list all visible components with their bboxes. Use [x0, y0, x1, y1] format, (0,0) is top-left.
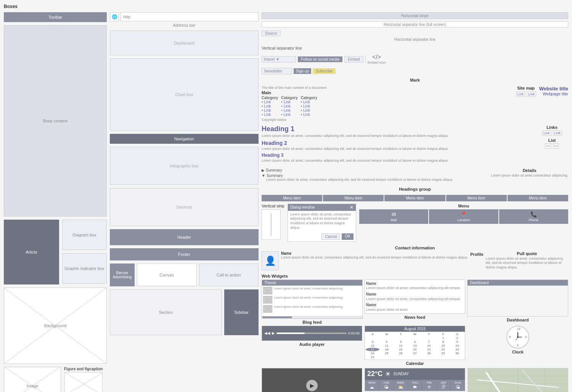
dialog-section: Dialog window ✕ Lorem ipsum dolor sit am… — [288, 204, 356, 242]
news-item-2: Lorem ipsum dolor sit amet, consectetur … — [263, 296, 361, 304]
cal-h-s2: S — [450, 333, 464, 336]
dialog-close-button[interactable]: ✕ — [350, 205, 353, 210]
web-widgets-section: Web Widgets Theme — [262, 273, 568, 392]
cta-row: Banner Advertising Canvas Call to action — [110, 263, 259, 286]
news-feed-widget: Name Lorem ipsum dolor sit amet, consect… — [365, 280, 466, 314]
cal-h-t: T — [394, 333, 408, 336]
weather-sun-icon: ☀ — [385, 370, 391, 378]
footer-bar: Footer — [110, 248, 259, 260]
weather-temp: 22°C — [367, 370, 382, 378]
newsletter-row: Newsletter Sign up Subscribe — [262, 68, 568, 74]
dialog-footer: Cancel OK — [288, 232, 356, 241]
weather-widget: 22°C ☀ SUNDAY MON☁ TUE🌤 — [365, 368, 465, 391]
weather-sun: SUN🌤 — [451, 380, 465, 391]
webpage-title: Webpage title — [539, 92, 568, 96]
list-1: • • — [545, 143, 551, 149]
news-image-3 — [263, 305, 272, 313]
signup-button[interactable]: Sign up — [294, 68, 311, 74]
article-label: Article — [26, 250, 37, 254]
banner-label: Banner Advertising — [111, 271, 133, 279]
header-bar: Header — [110, 229, 259, 245]
infographic-box: Infographic box — [110, 147, 259, 185]
dashboard-widget: Dashboard — [467, 280, 568, 316]
sml-2[interactable]: Link — [527, 92, 536, 97]
column-1: Toolbar Body content Article Diagram box… — [4, 12, 107, 392]
category-2: Category • Link • Link • Link • Link — [281, 96, 297, 117]
summary-open[interactable]: ▶ Summary — [262, 168, 488, 172]
body-content-label: Body content — [43, 119, 67, 123]
pause-icon[interactable]: ▶ — [272, 331, 275, 335]
address-input[interactable]: http: — [121, 12, 259, 21]
menu-item-1[interactable]: Menu item — [262, 195, 322, 201]
newsletter-input[interactable]: Newsletter — [262, 68, 292, 74]
headings-left: Heading 1 Lorem ipsum dolor sit amet, co… — [262, 125, 533, 165]
play-button[interactable]: ▶ — [306, 380, 318, 391]
play-icon[interactable]: ◀◀ — [264, 331, 270, 335]
svg-line-2 — [4, 367, 61, 392]
infographic-label: Infographic box — [170, 164, 198, 168]
link-2[interactable]: Link — [553, 130, 562, 136]
import-select[interactable]: Import ▼ — [262, 56, 296, 63]
cancel-button[interactable]: Cancel — [321, 233, 340, 240]
mail-icon-item[interactable]: ✉ Mail — [359, 209, 428, 224]
vertical-strip-line — [271, 213, 272, 236]
audio-controls: ◀◀ ▶ — [264, 331, 275, 335]
vertical-sep-label: Vertical separator line — [262, 46, 568, 50]
embed-button[interactable]: Embed — [344, 56, 363, 63]
sep-partial-area: Source Horizontal separator line — [262, 31, 568, 42]
lorem-2: Lorem ipsum dolor sit amet, consectetur … — [262, 147, 533, 151]
blog-scrollbar[interactable] — [262, 316, 362, 318]
ok-button[interactable]: OK — [342, 233, 353, 240]
link-1[interactable]: Link — [542, 130, 551, 136]
links-label: Links — [536, 125, 568, 130]
horizontal-sep-full: Horizontal separator line (full screen) — [262, 21, 568, 27]
menu-item-4[interactable]: Menu item — [446, 195, 507, 201]
menu-row: Menu item Menu item Menu item Menu item … — [262, 195, 568, 201]
source-button[interactable]: Source — [262, 31, 281, 36]
headings-group-label: Headings group — [262, 187, 568, 191]
list-label: List — [536, 138, 568, 143]
embed-code-icon: </> — [372, 54, 381, 61]
contact-info-row: 👤 Name Lorem ipsum dolor sit amet, conse… — [262, 251, 568, 270]
pull-quote-text: Lorem ipsum dolor sit amet, consectetur … — [486, 257, 568, 270]
subscribe-button[interactable]: Subscribe — [313, 68, 336, 74]
bottom-widgets-row: ◀◀ ▶ 0:00:00 Audio player — [262, 326, 568, 366]
call-to-action-label: Call to action — [217, 273, 241, 277]
profile-description: Lorem ipsum dolor sit amet, consectetur … — [281, 255, 468, 260]
theme-widget: Theme Lorem ipsum dolor sit amet, consec… — [262, 280, 363, 319]
menu-item-2[interactable]: Menu item — [323, 195, 384, 201]
controls-row: Import ▼ Follow on social media Embed </… — [262, 54, 568, 64]
phone-icon-item[interactable]: 📞 Phone — [499, 209, 568, 224]
profile-label-area: Profile — [470, 251, 483, 270]
details-text: Lorem ipsum dolor sit amet consectetur a… — [491, 174, 568, 178]
address-bar-area: 🌐 http: Address bar — [110, 12, 259, 27]
category-3: Category • Link • Link • Link • Link — [301, 96, 317, 117]
dashboard-widget-col: Dashboard Dashboard — [467, 280, 568, 325]
follow-social-media-button[interactable]: Follow on social media — [298, 56, 342, 62]
figure-image-box — [64, 372, 103, 392]
menu-item-5[interactable]: Menu item — [508, 195, 568, 201]
weather-col: 22°C ☀ SUNDAY MON☁ TUE🌤 — [365, 368, 465, 392]
details-section: Details Lorem ipsum dolor sit amet conse… — [491, 168, 568, 182]
theme-widget-header: Theme — [262, 280, 362, 286]
contact-info-section: Contact information 👤 Name Lorem ipsum d… — [262, 246, 568, 270]
calendar-label: Calendar — [365, 361, 465, 366]
vertical-strip-label: Vertical strip — [262, 204, 284, 208]
audio-progress-bar[interactable] — [276, 333, 347, 334]
header-label: Header — [177, 235, 191, 239]
cal-h-m: M — [380, 333, 394, 336]
call-to-action-box: Call to action — [199, 263, 259, 286]
svg-text:9: 9 — [509, 336, 511, 338]
menu-item-3[interactable]: Menu item — [384, 195, 445, 201]
play-icon-triangle: ▶ — [310, 382, 314, 389]
sitemap-area: The title of the main content of a docum… — [262, 86, 568, 122]
canvas-box: Canvas — [137, 263, 197, 286]
figure-label: Figure and figcaption — [64, 367, 103, 371]
location-icon-item[interactable]: 📍 Location — [429, 209, 498, 224]
sml-1[interactable]: Link — [516, 92, 525, 97]
clock-col: 12 3 6 9 — [468, 326, 568, 366]
footer-label: Footer — [178, 252, 190, 257]
image-box: Image — [4, 367, 61, 392]
summary-closed[interactable]: ▼ Summary — [262, 174, 488, 178]
triangle-right-icon: ▶ — [262, 168, 265, 172]
